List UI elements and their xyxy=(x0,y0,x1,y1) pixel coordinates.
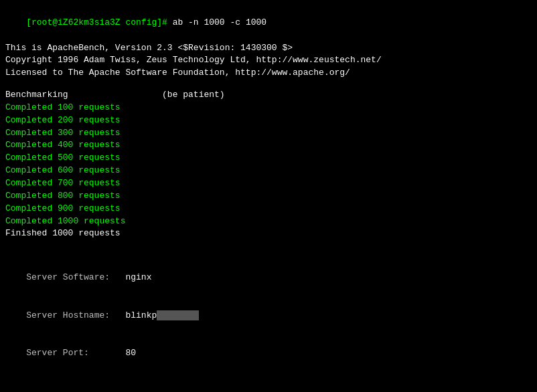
info-line-2: Copyright 1996 Adam Twiss, Zeus Technolo… xyxy=(5,54,532,67)
finished-line: Finished 1000 requests xyxy=(5,227,532,240)
stat-doc-path: Document Path: /t.php xyxy=(5,382,532,392)
completed-900: Completed 900 requests xyxy=(5,203,532,215)
command-text: ab -n 1000 -c 1000 xyxy=(167,17,266,27)
completed-600: Completed 600 requests xyxy=(5,165,532,177)
stat-server-software: Server Software: nginx xyxy=(5,259,532,297)
completed-800: Completed 800 requests xyxy=(5,190,532,203)
completed-100: Completed 100 requests xyxy=(5,102,532,114)
prompt-line: [root@iZ62km3sia3Z config]# ab -n 1000 -… xyxy=(5,4,532,42)
stat-server-port: Server Port: 80 xyxy=(5,334,532,373)
benchmarking-line: Benchmarking (be patient) xyxy=(5,89,532,102)
completed-200: Completed 200 requests xyxy=(5,114,532,127)
info-line-1: This is ApacheBench, Version 2.3 <$Revis… xyxy=(5,42,532,55)
prompt-text: [root@iZ62km3sia3Z config]# xyxy=(26,17,167,27)
completed-1000: Completed 1000 requests xyxy=(5,215,532,228)
completed-700: Completed 700 requests xyxy=(5,177,532,190)
stat-server-hostname: Server Hostname: blinkpxxxxxxxx xyxy=(5,297,532,335)
completed-400: Completed 400 requests xyxy=(5,139,532,152)
completed-500: Completed 500 requests xyxy=(5,152,532,165)
info-line-3: Licensed to The Apache Software Foundati… xyxy=(5,67,532,80)
terminal-window: [root@iZ62km3sia3Z config]# ab -n 1000 -… xyxy=(0,0,537,392)
completed-300: Completed 300 requests xyxy=(5,127,532,140)
